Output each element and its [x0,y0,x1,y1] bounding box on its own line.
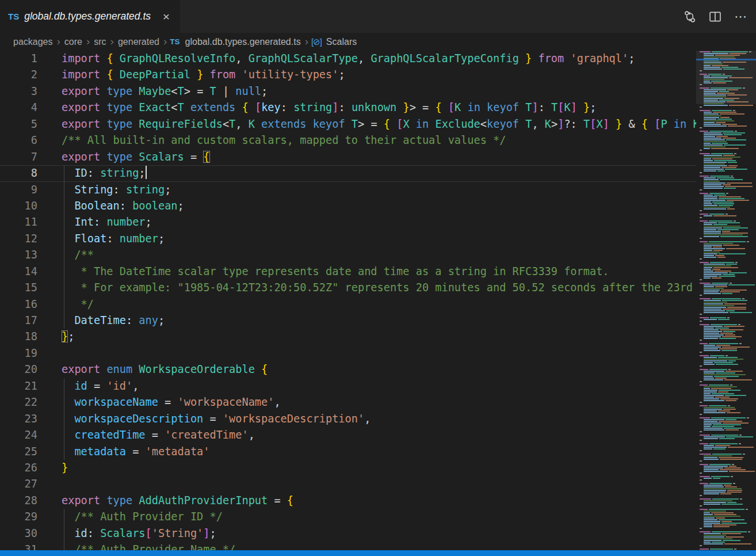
code-line[interactable]: 6/** All built-in and custom scalars, ma… [0,132,696,148]
line-number[interactable]: 8 [0,165,37,181]
breadcrumb-item-src[interactable]: src [93,37,107,47]
line-number[interactable]: 20 [0,361,37,378]
line-number[interactable]: 27 [0,476,37,492]
line-number[interactable]: 29 [0,509,37,525]
code-pane[interactable]: 1import { GraphQLResolveInfo, GraphQLSca… [0,51,696,550]
minimap-segment [704,234,743,235]
line-number[interactable]: 15 [0,280,37,296]
code-line[interactable]: 25 metadata = 'metadata' [0,444,696,460]
line-number[interactable]: 6 [0,132,37,148]
line-number[interactable]: 22 [0,394,37,410]
line-number[interactable]: 11 [0,214,37,230]
code-line[interactable]: 28export type AddAuthProviderInput = { [0,493,696,509]
line-number[interactable]: 18 [0,329,37,345]
status-bar[interactable] [0,550,756,556]
minimap-segment [715,378,727,379]
line-number[interactable]: 24 [0,427,37,443]
minimap-segment [710,549,734,550]
breadcrumb-item-packages[interactable]: packages [12,37,54,47]
more-actions-button[interactable]: ⋯ [732,8,749,25]
line-number[interactable]: 25 [0,444,37,460]
code-line[interactable]: 29 /** Auth Provider ID */ [0,509,696,525]
minimap-segment [712,110,732,111]
code-line[interactable]: 3export type Maybe<T> = T | null; [0,83,696,100]
breadcrumb-item-file[interactable]: global.db.types.generated.ts [184,37,302,47]
code-line[interactable]: 23 workspaceDescription = 'workspaceDesc… [0,411,696,427]
minimap-row [700,274,755,275]
code-line[interactable]: 20export enum WorkspaceOrderable { [0,361,696,378]
code-line[interactable]: 31 /** Auth Provider Name */ [0,542,696,550]
minimap-segment [704,333,719,334]
code-line[interactable]: 13 /** [0,247,696,263]
code-line[interactable]: 11 Int: number; [0,214,696,230]
breadcrumb-item-core[interactable]: core [63,37,83,47]
code-token: = [87,380,107,392]
line-number[interactable]: 5 [0,116,37,132]
code-line[interactable]: 21 id = 'id', [0,378,696,394]
line-number[interactable]: 17 [0,313,37,329]
minimap-row [700,464,755,465]
code-line[interactable]: 22 workspaceName = 'workspaceName', [0,394,696,410]
line-number[interactable]: 13 [0,247,37,263]
code-line[interactable]: 2import { DeepPartial } from 'utility-ty… [0,67,696,83]
line-number[interactable]: 26 [0,460,37,476]
code-line[interactable]: 16 */ [0,296,696,313]
code-line[interactable]: 14 * The DateTime scalar type represents… [0,264,696,280]
code-line[interactable]: 30 id: Scalars['String']; [0,525,696,542]
line-number[interactable]: 23 [0,411,37,427]
breadcrumb-item-symbol[interactable]: Scalars [325,37,358,47]
code-token: DeepPartial [120,68,190,81]
code-line[interactable]: 24 createdTime = 'createdTime', [0,427,696,443]
line-number[interactable]: 2 [0,67,37,83]
code-line[interactable]: 17 DateTime: any; [0,313,696,329]
code-line[interactable]: 15 * For example: "1985-04-12T23:20:50.5… [0,280,696,296]
line-number[interactable]: 30 [0,525,37,542]
code-token: } [62,462,68,474]
minimap[interactable] [696,51,756,550]
code-token: type [106,151,132,163]
line-number[interactable]: 7 [0,149,37,165]
line-number[interactable]: 14 [0,264,37,280]
minimap-row [700,362,755,363]
code-line[interactable]: 27 [0,476,696,492]
line-number[interactable]: 12 [0,231,37,247]
tab-global-db-types-generated[interactable]: TS global.db.types.generated.ts × [0,0,180,33]
code-line[interactable]: 12 Float: number; [0,231,696,247]
minimap-segment [719,196,741,197]
code-line[interactable]: 5export type RequireFields<T, K extends … [0,116,696,132]
line-number[interactable]: 3 [0,83,37,100]
minimap-segment [704,526,712,527]
code-line-text: export enum WorkspaceOrderable { [62,361,268,378]
split-editor-button[interactable] [707,8,724,25]
line-number[interactable]: 28 [0,493,37,509]
code-token [345,118,352,130]
minimap-row [700,295,755,296]
breadcrumb-item-generated[interactable]: generated [117,37,161,47]
code-line[interactable]: 18}; [0,329,696,345]
line-number[interactable]: 1 [0,51,37,67]
code-token: from [538,52,564,64]
code-line[interactable]: 10 Boolean: boolean; [0,198,696,214]
tab-close-icon[interactable]: × [161,9,172,24]
code-line[interactable]: 4export type Exact<T extends { [key: str… [0,100,696,116]
open-changes-button[interactable] [681,8,698,25]
line-number[interactable]: 31 [0,542,37,550]
line-number[interactable]: 16 [0,296,37,313]
minimap-segment [719,457,743,458]
chevron-right-icon: › [83,35,93,48]
code-line[interactable]: 8 ID: string; [0,165,696,181]
minimap-row [700,495,755,496]
code-line[interactable]: 19 [0,345,696,361]
code-line[interactable]: 26} [0,460,696,476]
code-line[interactable]: 7export type Scalars = { [0,149,696,165]
code-line[interactable]: 1import { GraphQLResolveInfo, GraphQLSca… [0,51,696,67]
line-number[interactable]: 19 [0,345,37,361]
code-token: ; [261,85,268,97]
line-number[interactable]: 4 [0,100,37,116]
line-number[interactable]: 10 [0,198,37,214]
line-number[interactable]: 9 [0,182,37,198]
code-line[interactable]: 9 String: string; [0,182,696,198]
minimap-row [700,497,755,498]
minimap-segment [704,169,724,170]
line-number[interactable]: 21 [0,378,37,394]
